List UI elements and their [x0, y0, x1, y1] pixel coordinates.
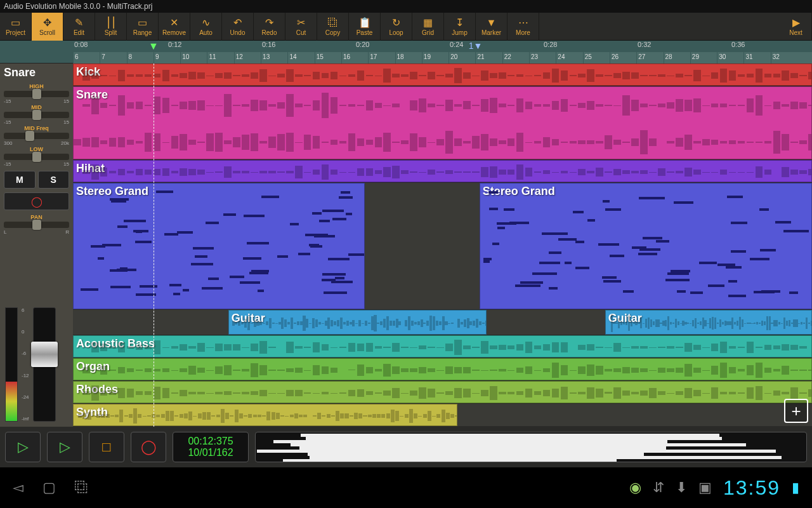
time-marker: 0:20 [355, 41, 449, 52]
toolbar-grid-button[interactable]: ▦Grid [412, 13, 444, 41]
playhead-indicator[interactable]: ▼ [148, 41, 159, 52]
toolbar-cut-button[interactable]: ✂Cut [285, 13, 317, 41]
track-inspector-sidebar: Snare HIGH-1515MID-1515MID Freq30020kLOW… [0, 64, 73, 427]
eq-high-slider[interactable] [4, 91, 69, 97]
cut-icon: ✂ [297, 18, 305, 28]
toolbar-marker-button[interactable]: ▼Marker [476, 13, 508, 41]
toolbar-next-button[interactable]: ▶Next [780, 13, 812, 41]
eq-mid-freq-slider[interactable] [4, 133, 69, 139]
timecode-display[interactable]: 00:12:375 10/01/162 [173, 432, 249, 462]
track-row[interactable]: Hihat [73, 160, 812, 183]
eq-mid-slider[interactable] [4, 112, 69, 118]
play-from-start-button[interactable]: ▷ [5, 432, 41, 462]
track-row[interactable]: GuitarGuitar [73, 310, 812, 335]
bar-marker: 8 [127, 52, 154, 64]
clip-kick[interactable]: Kick [73, 64, 812, 86]
timeline-ruler[interactable]: 0:080:120:160:200:240:280:320:360:40 678… [0, 41, 812, 64]
track-record-arm-button[interactable]: ◯ [4, 192, 69, 210]
download-icon: ⬇ [676, 479, 687, 496]
time-marker: 0:12 [167, 41, 261, 52]
playhead-line [154, 64, 154, 427]
add-track-button[interactable]: + [784, 399, 808, 423]
bar-marker: 30 [717, 52, 743, 64]
toolbar-loop-button[interactable]: ↻Loop [381, 13, 412, 41]
system-clock: 13:59 [723, 476, 780, 500]
eq-low-slider[interactable] [4, 154, 69, 160]
clip-stereo-grand[interactable]: Stereo Grand [480, 183, 812, 309]
usb-icon: ⇵ [653, 479, 664, 496]
bar-marker: 16 [341, 52, 368, 64]
battery-icon: ▮ [792, 479, 799, 496]
toolbar-range-button[interactable]: ▭Range [127, 13, 159, 41]
bar-marker: 12 [234, 52, 261, 64]
pan-slider[interactable] [4, 222, 69, 228]
track-row[interactable]: Kick [73, 64, 812, 86]
bar-marker: 31 [743, 52, 770, 64]
track-row[interactable]: Synth [73, 404, 812, 427]
toolbar-project-button[interactable]: ▭Project [0, 13, 32, 41]
bar-marker: 25 [583, 52, 610, 64]
mute-button[interactable]: M [4, 171, 36, 189]
bar-marker: 14 [287, 52, 314, 64]
bar-marker: 20 [449, 52, 475, 64]
home-icon[interactable]: ▢ [43, 479, 56, 496]
track-row[interactable]: Stereo GrandStereo Grand [73, 183, 812, 310]
next-icon: ▶ [792, 18, 800, 28]
clip-snare[interactable]: Snare [73, 86, 812, 159]
toolbar-undo-button[interactable]: ↶Undo [222, 13, 254, 41]
clip-guitar[interactable]: Guitar [228, 310, 487, 335]
vu-meter-left [5, 307, 18, 422]
jump-icon: ↧ [455, 18, 464, 28]
bar-marker: 29 [690, 52, 717, 64]
android-icon: ◉ [629, 479, 641, 496]
toolbar-copy-button[interactable]: ⿻Copy [317, 13, 349, 41]
clip-hihat[interactable]: Hihat [73, 160, 812, 182]
track-row[interactable]: Snare [73, 86, 812, 160]
toolbar-jump-button[interactable]: ↧Jump [444, 13, 476, 41]
clip-organ[interactable]: Organ [73, 358, 812, 380]
clip-rhodes[interactable]: Rhodes [73, 381, 812, 403]
overview-panel[interactable] [255, 432, 807, 462]
track-row[interactable]: Acoustic Bass [73, 335, 812, 358]
recent-apps-icon[interactable]: ⿻ [75, 479, 89, 496]
android-system-bar: ◅ ▢ ⿻ ◉ ⇵ ⬇ ▣ 13:59 ▮ [0, 467, 812, 508]
volume-fader[interactable] [33, 307, 56, 422]
clip-acoustic-bass[interactable]: Acoustic Bass [73, 335, 812, 358]
bar-marker: 9 [154, 52, 180, 64]
clip-guitar[interactable]: Guitar [605, 310, 812, 335]
toolbar-more-button[interactable]: ⋯More [508, 13, 539, 41]
bar-marker: 23 [529, 52, 556, 64]
toolbar-auto-button[interactable]: ∿Auto [190, 13, 222, 41]
auto-icon: ∿ [202, 18, 210, 28]
stop-button[interactable]: □ [89, 432, 124, 462]
copy-icon: ⿻ [328, 18, 338, 28]
toolbar-split-button[interactable]: ⎮⎮Split [95, 13, 127, 41]
play-button[interactable]: ▷ [47, 432, 82, 462]
toolbar-remove-button[interactable]: ✕Remove [159, 13, 190, 41]
bar-marker: 7 [100, 52, 126, 64]
remove-icon: ✕ [170, 18, 178, 28]
time-marker: 0:28 [542, 41, 636, 52]
more-icon: ⋯ [518, 18, 528, 28]
track-row[interactable]: Organ [73, 358, 812, 381]
clip-synth[interactable]: Synth [73, 404, 457, 426]
bar-marker: 10 [180, 52, 207, 64]
solo-button[interactable]: S [38, 171, 70, 189]
toolbar-scroll-button[interactable]: ✥Scroll [32, 13, 63, 41]
track-row[interactable]: Rhodes [73, 381, 812, 404]
back-icon[interactable]: ◅ [13, 479, 23, 496]
bar-marker: 15 [315, 52, 341, 64]
toolbar-edit-button[interactable]: ✎Edit [63, 13, 95, 41]
selected-track-name: Snare [4, 66, 69, 79]
marker-indicator[interactable]: 1▼ [469, 41, 483, 51]
arrangement-view[interactable]: SynthRhodesOrganAcoustic BassGuitarGuita… [73, 64, 812, 427]
clip-stereo-grand[interactable]: Stereo Grand [73, 183, 365, 309]
bar-marker: 18 [395, 52, 422, 64]
record-button[interactable]: ◯ [131, 432, 166, 462]
toolbar-redo-button[interactable]: ↷Redo [254, 13, 285, 41]
bar-marker: 21 [475, 52, 502, 64]
bar-marker: 17 [368, 52, 395, 64]
toolbar-paste-button[interactable]: 📋Paste [349, 13, 381, 41]
window-titlebar: Audio Evolution Mobile 3.0.0 - MultiTrac… [0, 0, 812, 13]
paste-icon: 📋 [358, 18, 371, 28]
